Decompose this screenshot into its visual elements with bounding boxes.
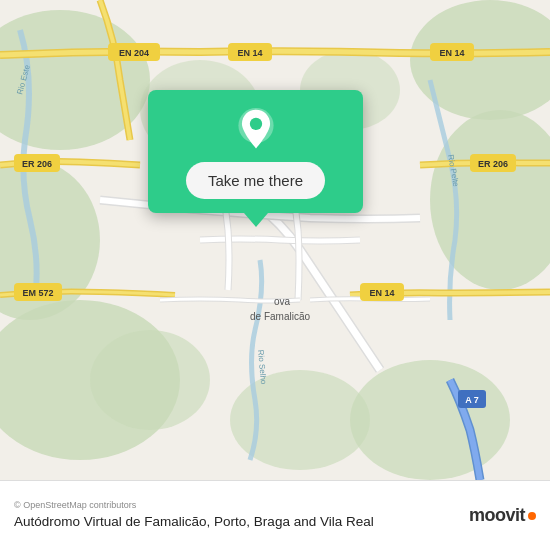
popup-box: Take me there: [148, 90, 363, 213]
place-name: Autódromo Virtual de Famalicão, Porto, B…: [14, 513, 469, 532]
moovit-logo: moovit: [469, 505, 536, 526]
svg-text:ER 206: ER 206: [22, 159, 52, 169]
svg-text:EN 204: EN 204: [119, 48, 149, 58]
place-info: © OpenStreetMap contributors Autódromo V…: [14, 500, 469, 532]
copyright-text: © OpenStreetMap contributors: [14, 500, 469, 510]
map-background: EN 204 EN 14 EN 14 ER 206 ER 206 EM 572 …: [0, 0, 550, 480]
svg-point-34: [249, 118, 261, 130]
svg-point-10: [90, 330, 210, 430]
svg-text:EN 14: EN 14: [369, 288, 394, 298]
location-pin-icon: [234, 108, 278, 152]
svg-text:ova: ova: [274, 296, 291, 307]
svg-text:EN 14: EN 14: [237, 48, 262, 58]
take-me-there-button[interactable]: Take me there: [186, 162, 325, 199]
svg-text:ER 206: ER 206: [478, 159, 508, 169]
popup-overlay: Take me there: [148, 90, 363, 227]
map-container: EN 204 EN 14 EN 14 ER 206 ER 206 EM 572 …: [0, 0, 550, 480]
svg-text:A 7: A 7: [465, 395, 479, 405]
svg-text:EM 572: EM 572: [22, 288, 53, 298]
bottom-bar: © OpenStreetMap contributors Autódromo V…: [0, 480, 550, 550]
moovit-logo-text: moovit: [469, 505, 525, 526]
svg-text:EN 14: EN 14: [439, 48, 464, 58]
svg-point-6: [350, 360, 510, 480]
svg-text:de Famalicão: de Famalicão: [250, 311, 310, 322]
popup-pointer: [244, 213, 268, 227]
moovit-orange-dot: [528, 512, 536, 520]
